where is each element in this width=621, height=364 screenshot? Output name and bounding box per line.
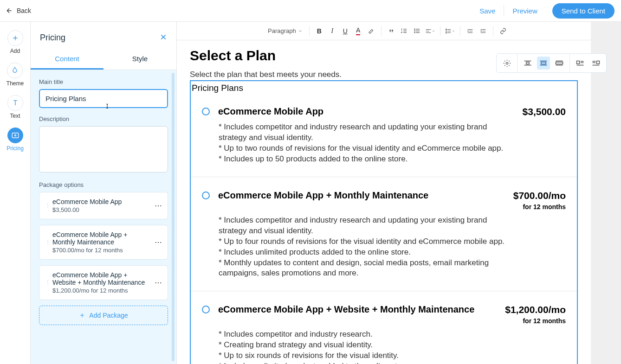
svg-rect-0 — [12, 133, 19, 138]
block-floating-toolbar — [496, 53, 607, 73]
page-content: Select a Plan Select the plan that best … — [177, 40, 591, 364]
highlight-button[interactable] — [365, 25, 377, 37]
droplet-icon — [7, 63, 23, 78]
save-link[interactable]: Save — [471, 7, 504, 15]
pricing-block[interactable]: Pricing Plans eCommerce Mobile App $3,50… — [190, 80, 578, 364]
bold-button[interactable]: B — [313, 25, 325, 37]
rail-item-add[interactable]: Add — [7, 30, 23, 54]
align-full-button[interactable] — [553, 57, 566, 70]
plan-price: $1,200.00/mo — [505, 304, 566, 315]
italic-button[interactable]: I — [326, 25, 338, 37]
link-button[interactable] — [497, 25, 509, 37]
plan-features: * Includes competitor and industry resea… — [219, 329, 516, 364]
plan-item: eCommerce Mobile App + Monthly Maintenan… — [191, 177, 577, 292]
topbar-actions: Save Preview Send to Client — [471, 3, 615, 19]
svg-rect-8 — [577, 61, 580, 64]
paragraph-dropdown[interactable]: Paragraph — [265, 27, 305, 34]
panel-header: Pricing — [31, 22, 176, 49]
plan-features: * Includes competitor and industry resea… — [219, 215, 516, 279]
pricing-icon — [7, 128, 23, 143]
plus-icon — [7, 30, 23, 46]
separator — [440, 26, 440, 36]
align-left-icon — [425, 28, 432, 34]
canvas-scrollbar[interactable] — [591, 22, 621, 364]
rail-label-pricing: Pricing — [6, 145, 24, 152]
text-color-button[interactable]: A — [352, 25, 364, 37]
line-height-icon — [445, 28, 452, 34]
side-panel: Pricing Content Style Main title Descrip… — [31, 22, 177, 364]
preview-link[interactable]: Preview — [504, 7, 545, 15]
rail-item-pricing[interactable]: Pricing — [6, 128, 24, 152]
outdent-button[interactable] — [464, 25, 476, 37]
svg-point-3 — [414, 32, 415, 33]
package-name: eCommerce Mobile App + Website + Monthly… — [52, 271, 151, 286]
gear-icon — [503, 59, 511, 67]
unordered-list-button[interactable] — [411, 25, 423, 37]
close-panel-button[interactable] — [160, 33, 167, 42]
plan-title: eCommerce Mobile App + Monthly Maintenan… — [218, 190, 505, 201]
quote-icon — [388, 28, 395, 34]
settings-button[interactable] — [500, 57, 513, 70]
align-small-button[interactable] — [521, 57, 534, 70]
package-card[interactable]: ⋮⋮ eCommerce Mobile App + Website + Mont… — [39, 265, 168, 300]
underline-button[interactable]: U — [339, 25, 351, 37]
svg-rect-7 — [556, 62, 563, 64]
drag-handle-icon[interactable]: ⋮⋮ — [45, 281, 49, 284]
add-package-button[interactable]: Add Package — [39, 306, 168, 325]
plan-title: eCommerce Mobile App + Website + Monthly… — [218, 304, 497, 315]
wrap-right-icon — [592, 60, 600, 66]
wrap-right-button[interactable] — [589, 57, 602, 70]
plan-term: for 12 months — [505, 317, 566, 325]
wrap-left-icon — [576, 60, 584, 66]
align-dropdown[interactable] — [424, 25, 436, 37]
plan-radio[interactable] — [202, 192, 210, 199]
align-full-icon — [555, 60, 563, 66]
package-card[interactable]: ⋮⋮ eCommerce Mobile App $3,500.00 ⋯ — [39, 192, 168, 219]
package-more-button[interactable]: ⋯ — [155, 238, 162, 247]
back-button[interactable]: Back — [6, 7, 31, 14]
panel-tabs: Content Style — [31, 49, 176, 70]
package-price: $3,500.00 — [52, 206, 151, 213]
panel-title: Pricing — [40, 33, 65, 43]
line-height-dropdown[interactable] — [444, 25, 456, 37]
main-title-input[interactable] — [39, 89, 168, 108]
quote-button[interactable] — [385, 25, 397, 37]
indent-button[interactable] — [477, 25, 489, 37]
svg-rect-5 — [526, 62, 529, 64]
align-medium-button[interactable] — [537, 57, 550, 70]
plan-title: eCommerce Mobile App — [218, 106, 514, 117]
package-name: eCommerce Mobile App + Monthly Maintenan… — [52, 231, 151, 246]
tab-content[interactable]: Content — [31, 49, 104, 70]
package-name: eCommerce Mobile App — [52, 198, 151, 205]
svg-point-4 — [506, 62, 508, 64]
package-more-button[interactable]: ⋯ — [155, 201, 162, 210]
drag-handle-icon[interactable]: ⋮⋮ — [45, 241, 49, 243]
plan-radio[interactable] — [202, 306, 210, 313]
separator — [381, 26, 382, 36]
tab-style[interactable]: Style — [104, 49, 176, 70]
panel-scrollbar[interactable] — [172, 73, 175, 361]
plan-list: eCommerce Mobile App $3,500.00 * Include… — [191, 93, 577, 364]
package-card[interactable]: ⋮⋮ eCommerce Mobile App + Monthly Mainte… — [39, 225, 168, 260]
ordered-list-button[interactable] — [398, 25, 410, 37]
plan-radio[interactable] — [202, 108, 210, 115]
text-icon — [7, 95, 23, 111]
rail-item-theme[interactable]: Theme — [6, 63, 24, 87]
chevron-down-icon — [452, 29, 455, 33]
main-layout: Add Theme Text Pricing Pricing — [0, 22, 621, 364]
separator — [493, 26, 493, 36]
send-to-client-button[interactable]: Send to Client — [552, 3, 615, 19]
svg-rect-9 — [597, 61, 600, 64]
package-price: $700.00/mo for 12 months — [52, 247, 151, 254]
rail-item-text[interactable]: Text — [7, 95, 23, 119]
main-title-label: Main title — [39, 78, 168, 85]
drag-handle-icon[interactable]: ⋮⋮ — [45, 204, 49, 207]
wrap-left-button[interactable] — [574, 57, 587, 70]
package-more-button[interactable]: ⋯ — [155, 278, 162, 287]
description-textarea[interactable] — [39, 126, 168, 172]
list-ul-icon — [414, 27, 420, 34]
chevron-down-icon — [298, 29, 303, 33]
plan-price: $3,500.00 — [523, 106, 566, 117]
topbar: Back Save Preview Send to Client — [0, 0, 621, 22]
highlighter-icon — [368, 28, 375, 34]
